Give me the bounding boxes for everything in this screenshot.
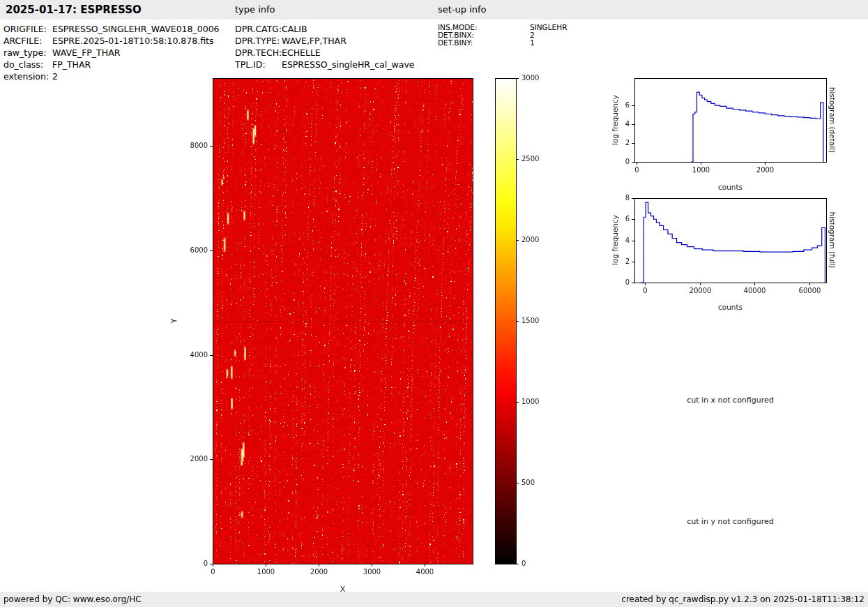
page-title: 2025-01-17: ESPRESSO xyxy=(6,0,142,20)
type-info-row: DPR.TECH:ECHELLE xyxy=(235,47,414,59)
file-info-row: ARCFILE:ESPRE.2025-01-18T10:58:10.878.fi… xyxy=(3,35,220,47)
field-key: raw_type: xyxy=(3,47,52,59)
colorbar xyxy=(489,73,552,586)
histogram-full-plot xyxy=(603,193,840,308)
field-key: do_class: xyxy=(3,59,52,70)
hist-full-right-label: histogram (full) xyxy=(828,212,837,269)
field-value: WAVE,FP,THAR xyxy=(282,36,347,46)
setup-info-heading: set-up info xyxy=(438,0,487,20)
cut-x-message: cut in x not configured xyxy=(634,396,826,405)
file-info-row: ORIGFILE:ESPRESSO_SINGLEHR_WAVE018_0006 xyxy=(3,23,220,35)
setup-info-row: DET.BINY:1 xyxy=(438,39,567,47)
type-info-heading: type info xyxy=(235,0,275,20)
hist-detail-x-axis-label: counts xyxy=(634,183,826,191)
created-by-text: created by qc_rawdisp.py v1.2.3 on 2025-… xyxy=(621,592,865,607)
qc-report-page: 2025-01-17: ESPRESSO type info set-up in… xyxy=(0,0,868,607)
field-key: DPR.CATG: xyxy=(235,23,282,35)
hist-detail-right-label: histogram (detail) xyxy=(828,87,837,153)
field-key: DET.BINY: xyxy=(438,39,530,47)
type-info-row: TPL.ID:ESPRESSO_singleHR_cal_wave xyxy=(235,59,414,70)
field-key: TPL.ID: xyxy=(235,59,282,70)
field-value: WAVE_FP_THAR xyxy=(52,47,120,58)
file-info-row: raw_type:WAVE_FP_THAR xyxy=(3,47,220,59)
field-key: DPR.TECH: xyxy=(235,47,282,59)
field-value: ESPRESSO_singleHR_cal_wave xyxy=(282,59,414,70)
raw-frame-image xyxy=(181,73,481,586)
main-y-axis-label: Y xyxy=(169,319,178,324)
cut-y-message: cut in y not configured xyxy=(634,517,826,526)
setup-info-block: INS.MODE:SINGLEHR DET.BINX:2 DET.BINY:1 xyxy=(438,24,567,47)
footer-bar: powered by QC: www.eso.org/HC created by… xyxy=(0,592,868,607)
field-value: SINGLEHR xyxy=(530,23,567,31)
header-bar: 2025-01-17: ESPRESSO type info set-up in… xyxy=(0,0,868,20)
type-info-row: DPR.TYPE:WAVE,FP,THAR xyxy=(235,35,414,47)
field-key: extension: xyxy=(3,70,52,82)
field-key: ORIGFILE: xyxy=(3,23,52,35)
type-info-block: DPR.CATG:CALIB DPR.TYPE:WAVE,FP,THAR DPR… xyxy=(235,23,414,70)
field-value: CALIB xyxy=(282,24,307,34)
file-info-row: do_class:FP_THAR xyxy=(3,59,220,70)
field-value: ESPRESSO_SINGLEHR_WAVE018_0006 xyxy=(52,24,220,34)
type-info-row: DPR.CATG:CALIB xyxy=(235,23,414,35)
field-value: FP_THAR xyxy=(52,59,91,70)
hist-full-y-axis-label: log frequency xyxy=(611,215,619,265)
histogram-detail-plot xyxy=(603,73,840,188)
field-key: DPR.TYPE: xyxy=(235,35,282,47)
field-value: ECHELLE xyxy=(282,47,321,58)
hist-full-x-axis-label: counts xyxy=(634,303,826,311)
hist-detail-y-axis-label: log frequency xyxy=(611,95,619,145)
field-value: 2 xyxy=(52,71,58,82)
field-key: ARCFILE: xyxy=(3,35,52,47)
qc-home-link[interactable]: powered by QC: www.eso.org/HC xyxy=(3,592,142,607)
field-value: ESPRE.2025-01-18T10:58:10.878.fits xyxy=(52,36,213,46)
field-value: 1 xyxy=(530,38,535,47)
